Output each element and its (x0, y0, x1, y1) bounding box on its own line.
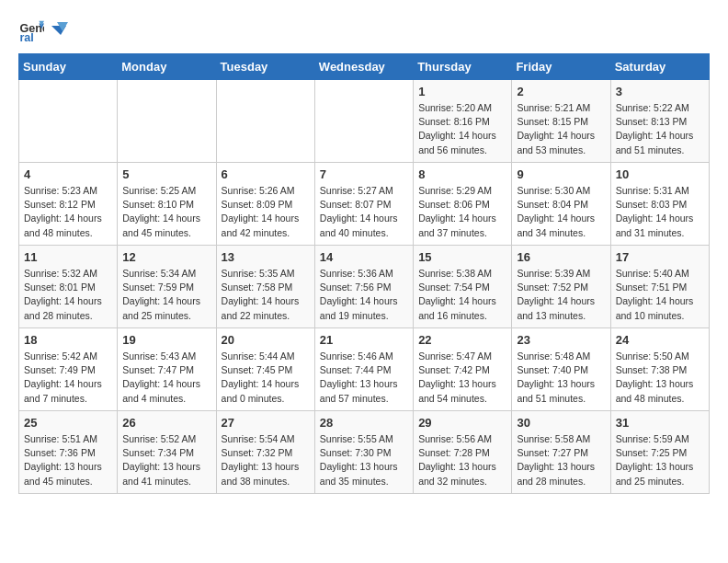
calendar-cell: 17Sunrise: 5:40 AM Sunset: 7:51 PM Dayli… (610, 246, 709, 328)
calendar-cell: 25Sunrise: 5:51 AM Sunset: 7:36 PM Dayli… (19, 411, 118, 494)
day-number: 18 (24, 333, 112, 347)
day-info: Sunrise: 5:34 AM Sunset: 7:59 PM Dayligh… (122, 267, 210, 323)
calendar-cell: 18Sunrise: 5:42 AM Sunset: 7:49 PM Dayli… (19, 328, 118, 411)
day-info: Sunrise: 5:35 AM Sunset: 7:58 PM Dayligh… (222, 267, 310, 323)
day-info: Sunrise: 5:22 AM Sunset: 8:13 PM Dayligh… (616, 101, 704, 157)
calendar-cell: 14Sunrise: 5:36 AM Sunset: 7:56 PM Dayli… (314, 246, 413, 328)
day-number: 16 (517, 250, 605, 264)
calendar-cell: 9Sunrise: 5:30 AM Sunset: 8:04 PM Daylig… (512, 163, 610, 246)
day-info: Sunrise: 5:52 AM Sunset: 7:34 PM Dayligh… (122, 432, 210, 488)
column-header-saturday: Saturday (610, 54, 709, 80)
day-number: 31 (616, 416, 704, 430)
calendar-week-row: 25Sunrise: 5:51 AM Sunset: 7:36 PM Dayli… (19, 411, 710, 494)
calendar-week-row: 11Sunrise: 5:32 AM Sunset: 8:01 PM Dayli… (19, 246, 710, 328)
day-info: Sunrise: 5:30 AM Sunset: 8:04 PM Dayligh… (517, 184, 605, 240)
day-info: Sunrise: 5:42 AM Sunset: 7:49 PM Dayligh… (24, 350, 112, 406)
column-header-monday: Monday (118, 54, 216, 80)
day-info: Sunrise: 5:27 AM Sunset: 8:07 PM Dayligh… (320, 184, 408, 240)
column-header-thursday: Thursday (414, 54, 512, 80)
day-info: Sunrise: 5:40 AM Sunset: 7:51 PM Dayligh… (616, 267, 704, 323)
calendar-cell: 26Sunrise: 5:52 AM Sunset: 7:34 PM Dayli… (118, 411, 216, 494)
day-number: 11 (24, 250, 112, 264)
day-number: 27 (222, 416, 310, 430)
day-info: Sunrise: 5:21 AM Sunset: 8:15 PM Dayligh… (517, 101, 605, 157)
day-number: 13 (222, 250, 310, 264)
calendar-cell: 2Sunrise: 5:21 AM Sunset: 8:15 PM Daylig… (512, 80, 610, 163)
day-number: 21 (320, 333, 408, 347)
calendar-cell: 27Sunrise: 5:54 AM Sunset: 7:32 PM Dayli… (216, 411, 314, 494)
calendar-cell: 10Sunrise: 5:31 AM Sunset: 8:03 PM Dayli… (610, 163, 709, 246)
day-info: Sunrise: 5:51 AM Sunset: 7:36 PM Dayligh… (24, 432, 112, 488)
calendar-cell: 4Sunrise: 5:23 AM Sunset: 8:12 PM Daylig… (19, 163, 118, 246)
day-number: 29 (418, 416, 506, 430)
day-number: 25 (24, 416, 112, 430)
day-info: Sunrise: 5:31 AM Sunset: 8:03 PM Dayligh… (616, 184, 704, 240)
day-info: Sunrise: 5:32 AM Sunset: 8:01 PM Dayligh… (24, 267, 112, 323)
day-number: 15 (418, 250, 506, 264)
day-number: 9 (517, 167, 605, 181)
calendar-week-row: 4Sunrise: 5:23 AM Sunset: 8:12 PM Daylig… (19, 163, 710, 246)
calendar-cell: 23Sunrise: 5:48 AM Sunset: 7:40 PM Dayli… (512, 328, 610, 411)
calendar-cell: 29Sunrise: 5:56 AM Sunset: 7:28 PM Dayli… (414, 411, 512, 494)
day-number: 20 (222, 333, 310, 347)
calendar-cell: 11Sunrise: 5:32 AM Sunset: 8:01 PM Dayli… (19, 246, 118, 328)
day-number: 22 (418, 333, 506, 347)
day-number: 6 (222, 167, 310, 181)
day-number: 30 (517, 416, 605, 430)
calendar-cell: 28Sunrise: 5:55 AM Sunset: 7:30 PM Dayli… (314, 411, 413, 494)
calendar-cell: 30Sunrise: 5:58 AM Sunset: 7:27 PM Dayli… (512, 411, 610, 494)
calendar-cell: 21Sunrise: 5:46 AM Sunset: 7:44 PM Dayli… (314, 328, 413, 411)
day-number: 12 (122, 250, 210, 264)
day-info: Sunrise: 5:48 AM Sunset: 7:40 PM Dayligh… (517, 350, 605, 406)
day-number: 14 (320, 250, 408, 264)
calendar-cell: 22Sunrise: 5:47 AM Sunset: 7:42 PM Dayli… (414, 328, 512, 411)
logo: Gene ral (18, 18, 68, 44)
day-number: 17 (616, 250, 704, 264)
calendar-cell: 24Sunrise: 5:50 AM Sunset: 7:38 PM Dayli… (610, 328, 709, 411)
day-info: Sunrise: 5:55 AM Sunset: 7:30 PM Dayligh… (320, 432, 408, 488)
day-info: Sunrise: 5:46 AM Sunset: 7:44 PM Dayligh… (320, 350, 408, 406)
page-header: Gene ral (18, 18, 710, 44)
calendar-cell: 5Sunrise: 5:25 AM Sunset: 8:10 PM Daylig… (118, 163, 216, 246)
calendar-cell: 16Sunrise: 5:39 AM Sunset: 7:52 PM Dayli… (512, 246, 610, 328)
column-header-wednesday: Wednesday (314, 54, 413, 80)
day-info: Sunrise: 5:20 AM Sunset: 8:16 PM Dayligh… (418, 101, 506, 157)
day-info: Sunrise: 5:23 AM Sunset: 8:12 PM Dayligh… (24, 184, 112, 240)
day-info: Sunrise: 5:50 AM Sunset: 7:38 PM Dayligh… (616, 350, 704, 406)
calendar-cell: 6Sunrise: 5:26 AM Sunset: 8:09 PM Daylig… (216, 163, 314, 246)
calendar-cell: 20Sunrise: 5:44 AM Sunset: 7:45 PM Dayli… (216, 328, 314, 411)
calendar-cell: 31Sunrise: 5:59 AM Sunset: 7:25 PM Dayli… (610, 411, 709, 494)
day-number: 1 (418, 85, 506, 98)
calendar-cell (216, 80, 314, 163)
day-number: 19 (122, 333, 210, 347)
column-header-friday: Friday (512, 54, 610, 80)
calendar-cell (314, 80, 413, 163)
day-number: 3 (616, 85, 704, 98)
calendar-cell: 12Sunrise: 5:34 AM Sunset: 7:59 PM Dayli… (118, 246, 216, 328)
calendar-cell: 3Sunrise: 5:22 AM Sunset: 8:13 PM Daylig… (610, 80, 709, 163)
day-info: Sunrise: 5:54 AM Sunset: 7:32 PM Dayligh… (222, 432, 310, 488)
day-number: 23 (517, 333, 605, 347)
calendar-cell: 8Sunrise: 5:29 AM Sunset: 8:06 PM Daylig… (414, 163, 512, 246)
calendar-header-row: SundayMondayTuesdayWednesdayThursdayFrid… (19, 54, 710, 80)
calendar-cell: 13Sunrise: 5:35 AM Sunset: 7:58 PM Dayli… (216, 246, 314, 328)
day-info: Sunrise: 5:43 AM Sunset: 7:47 PM Dayligh… (122, 350, 210, 406)
day-info: Sunrise: 5:36 AM Sunset: 7:56 PM Dayligh… (320, 267, 408, 323)
column-header-tuesday: Tuesday (216, 54, 314, 80)
svg-text:ral: ral (19, 31, 33, 44)
calendar-table: SundayMondayTuesdayWednesdayThursdayFrid… (18, 53, 710, 494)
day-number: 4 (24, 167, 112, 181)
calendar-week-row: 1Sunrise: 5:20 AM Sunset: 8:16 PM Daylig… (19, 80, 710, 163)
day-info: Sunrise: 5:47 AM Sunset: 7:42 PM Dayligh… (418, 350, 506, 406)
day-number: 5 (122, 167, 210, 181)
day-info: Sunrise: 5:56 AM Sunset: 7:28 PM Dayligh… (418, 432, 506, 488)
calendar-cell: 15Sunrise: 5:38 AM Sunset: 7:54 PM Dayli… (414, 246, 512, 328)
day-number: 7 (320, 167, 408, 181)
logo-icon: Gene ral (18, 18, 44, 44)
day-number: 8 (418, 167, 506, 181)
calendar-cell (118, 80, 216, 163)
day-info: Sunrise: 5:39 AM Sunset: 7:52 PM Dayligh… (517, 267, 605, 323)
day-number: 10 (616, 167, 704, 181)
calendar-week-row: 18Sunrise: 5:42 AM Sunset: 7:49 PM Dayli… (19, 328, 710, 411)
calendar-cell (19, 80, 118, 163)
